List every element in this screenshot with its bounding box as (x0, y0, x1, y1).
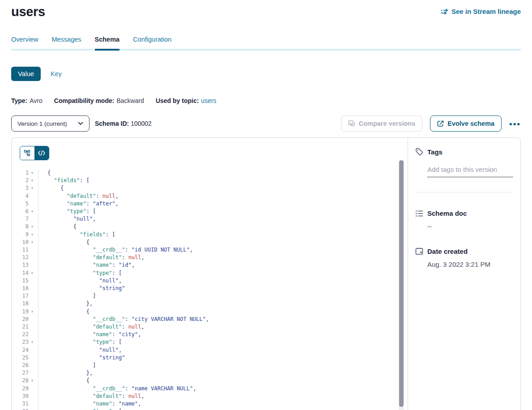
schema-meta-row: Type:Avro Compatibility mode:Backward Us… (11, 97, 521, 104)
code-line: 20 "__crdb__": "city VARCHAR NOT NULL", (12, 316, 397, 323)
code-line: 1▼{ (12, 169, 397, 177)
code-line: 14▼ "type": [ (12, 269, 397, 277)
schema-doc-value: -- (427, 222, 513, 230)
fold-toggle-icon[interactable]: ▼ (29, 169, 36, 177)
version-select[interactable]: Version 1 (current) (11, 115, 89, 132)
code-line: 22 "name": "city", (12, 331, 397, 338)
tab-overview[interactable]: Overview (11, 36, 38, 49)
value-toggle-button[interactable]: Value (11, 67, 41, 81)
code-text: "null", (38, 346, 122, 354)
code-text: "type": [ (38, 208, 96, 215)
code-line: 12 "default": null, (12, 254, 397, 261)
line-number: 21 (12, 323, 29, 331)
tab-schema[interactable]: Schema (95, 36, 120, 51)
date-created-title: Date created (427, 248, 468, 255)
schema-id-label: Schema ID: (95, 120, 129, 127)
line-number: 1 (12, 169, 29, 177)
line-number: 16 (12, 285, 29, 292)
line-number: 17 (12, 292, 29, 300)
fold-spacer (29, 300, 36, 308)
code-text: "__crdb__": "name VARCHAR NULL", (38, 385, 196, 393)
fold-spacer (29, 385, 36, 393)
fold-toggle-icon[interactable]: ▼ (29, 184, 36, 192)
schema-code-view[interactable]: 1▼{2▼ "fields": [3▼ {4 "default": null,5… (12, 169, 397, 410)
line-number: 25 (12, 354, 29, 362)
tab-configuration[interactable]: Configuration (133, 36, 171, 49)
fold-spacer (29, 215, 36, 223)
type-value: Avro (30, 97, 43, 104)
code-line: 28▼ { (12, 377, 397, 384)
code-line: 21 "default": null, (12, 323, 397, 331)
code-text: { (38, 377, 89, 384)
code-line: 24 "null", (12, 346, 397, 354)
code-text: }, (38, 369, 93, 377)
fold-spacer (29, 362, 36, 369)
fold-toggle-icon[interactable]: ▼ (29, 308, 36, 316)
line-number: 14 (12, 269, 29, 277)
code-line: 13 "name": "id", (12, 261, 397, 269)
code-text: { (38, 184, 64, 192)
editor-scrollbar[interactable] (399, 160, 404, 410)
fold-toggle-icon[interactable]: ▼ (29, 223, 36, 231)
type-label: Type: (11, 97, 27, 104)
fold-toggle-icon[interactable]: ▼ (29, 408, 36, 410)
key-toggle-link[interactable]: Key (51, 70, 62, 77)
code-brackets-icon (38, 150, 45, 156)
fold-toggle-icon[interactable]: ▼ (29, 208, 36, 215)
fold-spacer (29, 346, 36, 354)
code-text: ] (38, 292, 96, 300)
code-line: 11 "__crdb__": "id UUID NOT NULL", (12, 246, 397, 254)
fold-spacer (29, 331, 36, 338)
fold-spacer (29, 393, 36, 400)
compare-versions-button[interactable]: Compare versions (341, 115, 423, 132)
code-line: 18 }, (12, 300, 397, 308)
fold-toggle-icon[interactable]: ▼ (29, 239, 36, 246)
code-text: "name": "after", (38, 200, 119, 208)
editor-scrollbar-thumb[interactable] (399, 160, 404, 407)
line-number: 20 (12, 316, 29, 323)
code-text: "type": [ (38, 269, 122, 277)
more-actions-button[interactable]: ••• (509, 120, 521, 128)
sidebar-divider (415, 192, 513, 192)
chevron-down-icon (78, 122, 83, 125)
line-number: 24 (12, 346, 29, 354)
see-in-stream-lineage-link[interactable]: See in Stream lineage (441, 8, 521, 15)
code-text: "null", (38, 215, 96, 223)
schema-panel: 1▼{2▼ "fields": [3▼ {4 "default": null,5… (11, 137, 521, 410)
evolve-schema-button[interactable]: Evolve schema (430, 115, 502, 132)
tab-messages[interactable]: Messages (51, 36, 81, 49)
schema-editor: 1▼{2▼ "fields": [3▼ {4 "default": null,5… (12, 138, 408, 410)
fold-spacer (29, 246, 36, 254)
used-by-topic-field: Used by topic:users (156, 97, 217, 104)
fold-toggle-icon[interactable]: ▼ (29, 269, 36, 277)
fold-toggle-icon[interactable]: ▼ (29, 338, 36, 346)
code-view-button[interactable] (34, 146, 49, 160)
code-line: 7 "null", (12, 215, 397, 223)
used-by-topic-label: Used by topic: (156, 97, 199, 104)
fold-toggle-icon[interactable]: ▼ (29, 177, 36, 184)
fold-toggle-icon[interactable]: ▼ (29, 377, 36, 384)
code-text: }, (38, 300, 93, 308)
compatibility-field: Compatibility mode:Backward (54, 97, 144, 104)
code-text: "__crdb__": "id UUID NOT NULL", (38, 246, 193, 254)
line-number: 22 (12, 331, 29, 338)
line-number: 13 (12, 261, 29, 269)
schema-id-field: Schema ID: 100002 (95, 120, 152, 127)
page-header: users See in Stream lineage (11, 0, 521, 19)
value-key-toggle: Value Key (11, 67, 521, 81)
tag-icon (415, 148, 423, 156)
code-line: 6▼ "type": [ (12, 208, 397, 215)
fold-toggle-icon[interactable]: ▼ (29, 231, 36, 239)
tree-view-button[interactable] (20, 146, 34, 160)
line-number: 19 (12, 308, 29, 316)
add-tags-input[interactable] (427, 166, 513, 177)
compatibility-value: Backward (116, 97, 144, 104)
code-line: 4 "default": null, (12, 192, 397, 200)
line-number: 30 (12, 393, 29, 400)
line-number: 2 (12, 177, 29, 184)
code-text: "default": null, (38, 323, 145, 331)
schema-page: users See in Stream lineage Overview Mes… (0, 0, 532, 410)
code-text: "default": null, (38, 254, 145, 261)
fold-spacer (29, 323, 36, 331)
used-by-topic-link[interactable]: users (201, 97, 216, 104)
